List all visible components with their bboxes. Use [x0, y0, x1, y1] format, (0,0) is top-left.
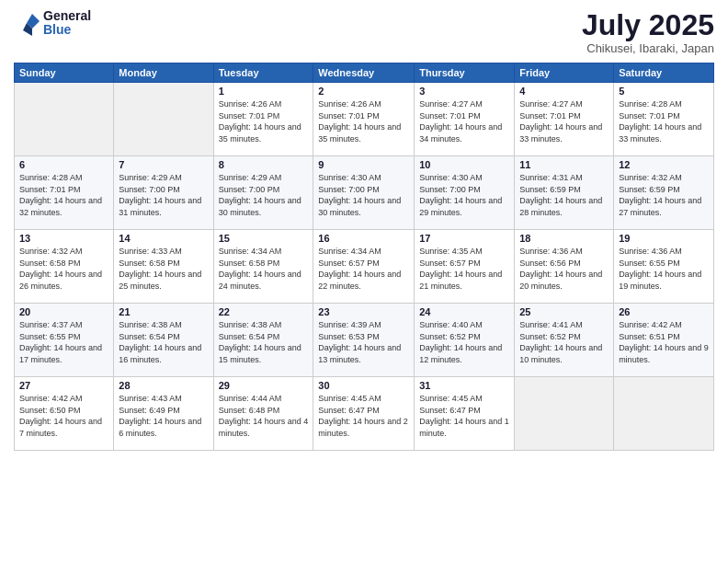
day-number: 14	[119, 233, 208, 244]
calendar-day-cell: 27 Sunrise: 4:42 AMSunset: 6:50 PMDaylig…	[15, 377, 114, 451]
day-number: 5	[619, 86, 709, 97]
day-number: 8	[219, 159, 309, 170]
day-info: Sunrise: 4:30 AMSunset: 7:00 PMDaylight:…	[419, 173, 502, 217]
calendar-day-cell: 9 Sunrise: 4:30 AMSunset: 7:00 PMDayligh…	[313, 156, 415, 230]
day-info: Sunrise: 4:34 AMSunset: 6:58 PMDaylight:…	[219, 247, 301, 291]
calendar-day-cell: 28 Sunrise: 4:43 AMSunset: 6:49 PMDaylig…	[114, 377, 213, 451]
day-number: 4	[519, 86, 609, 97]
month-title: July 2025	[582, 9, 714, 41]
calendar-header-row: Sunday Monday Tuesday Wednesday Thursday…	[15, 63, 714, 83]
calendar-day-cell: 13 Sunrise: 4:32 AMSunset: 6:58 PMDaylig…	[15, 230, 114, 304]
day-info: Sunrise: 4:42 AMSunset: 6:51 PMDaylight:…	[619, 320, 709, 364]
calendar-day-cell: 21 Sunrise: 4:38 AMSunset: 6:54 PMDaylig…	[114, 304, 213, 377]
day-info: Sunrise: 4:27 AMSunset: 7:01 PMDaylight:…	[519, 99, 602, 144]
calendar-day-cell: 31 Sunrise: 4:45 AMSunset: 6:47 PMDaylig…	[415, 377, 515, 451]
day-number: 17	[419, 233, 509, 244]
calendar-day-cell: 23 Sunrise: 4:39 AMSunset: 6:53 PMDaylig…	[313, 304, 415, 377]
day-number: 30	[318, 380, 409, 391]
day-number: 11	[519, 159, 609, 170]
calendar-week-row: 1 Sunrise: 4:26 AMSunset: 7:01 PMDayligh…	[15, 83, 714, 156]
calendar-day-cell: 16 Sunrise: 4:34 AMSunset: 6:57 PMDaylig…	[313, 230, 415, 304]
day-number: 3	[419, 86, 509, 97]
day-number: 29	[219, 380, 309, 391]
day-number: 9	[318, 159, 409, 170]
day-info: Sunrise: 4:28 AMSunset: 7:01 PMDaylight:…	[19, 173, 102, 217]
logo: General Blue	[14, 9, 91, 38]
logo-icon	[14, 10, 40, 36]
col-wednesday: Wednesday	[313, 63, 415, 83]
page-header: General Blue July 2025 Chikusei, Ibaraki…	[14, 9, 714, 55]
calendar-day-cell: 2 Sunrise: 4:26 AMSunset: 7:01 PMDayligh…	[313, 83, 415, 156]
calendar-day-cell	[515, 377, 614, 451]
day-number: 28	[119, 380, 208, 391]
calendar-week-row: 13 Sunrise: 4:32 AMSunset: 6:58 PMDaylig…	[15, 230, 714, 304]
day-number: 7	[119, 159, 208, 170]
day-number: 2	[318, 86, 409, 97]
calendar-day-cell: 1 Sunrise: 4:26 AMSunset: 7:01 PMDayligh…	[213, 83, 313, 156]
calendar-day-cell: 24 Sunrise: 4:40 AMSunset: 6:52 PMDaylig…	[415, 304, 515, 377]
day-info: Sunrise: 4:39 AMSunset: 6:53 PMDaylight:…	[318, 320, 401, 364]
day-number: 26	[619, 306, 709, 317]
day-info: Sunrise: 4:32 AMSunset: 6:59 PMDaylight:…	[619, 173, 701, 217]
calendar-week-row: 27 Sunrise: 4:42 AMSunset: 6:50 PMDaylig…	[15, 377, 714, 451]
calendar-day-cell: 5 Sunrise: 4:28 AMSunset: 7:01 PMDayligh…	[614, 83, 714, 156]
calendar-day-cell: 30 Sunrise: 4:45 AMSunset: 6:47 PMDaylig…	[313, 377, 415, 451]
calendar-day-cell: 8 Sunrise: 4:29 AMSunset: 7:00 PMDayligh…	[213, 156, 313, 230]
title-area: July 2025 Chikusei, Ibaraki, Japan	[582, 9, 714, 55]
day-number: 13	[19, 233, 108, 244]
day-number: 25	[519, 306, 609, 317]
calendar-day-cell: 10 Sunrise: 4:30 AMSunset: 7:00 PMDaylig…	[415, 156, 515, 230]
logo-text: General Blue	[43, 9, 91, 38]
calendar-day-cell: 19 Sunrise: 4:36 AMSunset: 6:55 PMDaylig…	[614, 230, 714, 304]
day-info: Sunrise: 4:38 AMSunset: 6:54 PMDaylight:…	[119, 320, 201, 364]
day-number: 31	[419, 380, 509, 391]
calendar-day-cell: 12 Sunrise: 4:32 AMSunset: 6:59 PMDaylig…	[614, 156, 714, 230]
calendar-day-cell: 3 Sunrise: 4:27 AMSunset: 7:01 PMDayligh…	[415, 83, 515, 156]
day-info: Sunrise: 4:40 AMSunset: 6:52 PMDaylight:…	[419, 320, 502, 364]
day-number: 16	[318, 233, 409, 244]
calendar-day-cell: 7 Sunrise: 4:29 AMSunset: 7:00 PMDayligh…	[114, 156, 213, 230]
day-info: Sunrise: 4:28 AMSunset: 7:01 PMDaylight:…	[619, 99, 701, 144]
calendar-page: General Blue July 2025 Chikusei, Ibaraki…	[0, 0, 728, 563]
day-number: 19	[619, 233, 709, 244]
day-number: 23	[318, 306, 409, 317]
day-info: Sunrise: 4:38 AMSunset: 6:54 PMDaylight:…	[219, 320, 301, 364]
day-info: Sunrise: 4:45 AMSunset: 6:47 PMDaylight:…	[318, 394, 408, 438]
calendar-day-cell: 17 Sunrise: 4:35 AMSunset: 6:57 PMDaylig…	[415, 230, 515, 304]
day-info: Sunrise: 4:26 AMSunset: 7:01 PMDaylight:…	[318, 99, 401, 144]
day-number: 15	[219, 233, 309, 244]
calendar-day-cell: 14 Sunrise: 4:33 AMSunset: 6:58 PMDaylig…	[114, 230, 213, 304]
day-info: Sunrise: 4:34 AMSunset: 6:57 PMDaylight:…	[318, 247, 401, 291]
day-info: Sunrise: 4:35 AMSunset: 6:57 PMDaylight:…	[419, 247, 502, 291]
calendar-day-cell: 29 Sunrise: 4:44 AMSunset: 6:48 PMDaylig…	[213, 377, 313, 451]
day-info: Sunrise: 4:29 AMSunset: 7:00 PMDaylight:…	[119, 173, 201, 217]
day-info: Sunrise: 4:37 AMSunset: 6:55 PMDaylight:…	[19, 320, 102, 364]
calendar-day-cell: 25 Sunrise: 4:41 AMSunset: 6:52 PMDaylig…	[515, 304, 614, 377]
col-thursday: Thursday	[415, 63, 515, 83]
calendar-day-cell: 11 Sunrise: 4:31 AMSunset: 6:59 PMDaylig…	[515, 156, 614, 230]
calendar-day-cell	[614, 377, 714, 451]
day-number: 22	[219, 306, 309, 317]
day-info: Sunrise: 4:41 AMSunset: 6:52 PMDaylight:…	[519, 320, 602, 364]
day-number: 6	[19, 159, 108, 170]
calendar-day-cell: 20 Sunrise: 4:37 AMSunset: 6:55 PMDaylig…	[15, 304, 114, 377]
calendar-day-cell: 26 Sunrise: 4:42 AMSunset: 6:51 PMDaylig…	[614, 304, 714, 377]
calendar-day-cell: 22 Sunrise: 4:38 AMSunset: 6:54 PMDaylig…	[213, 304, 313, 377]
calendar-day-cell: 4 Sunrise: 4:27 AMSunset: 7:01 PMDayligh…	[515, 83, 614, 156]
day-number: 24	[419, 306, 509, 317]
calendar-week-row: 20 Sunrise: 4:37 AMSunset: 6:55 PMDaylig…	[15, 304, 714, 377]
col-saturday: Saturday	[614, 63, 714, 83]
calendar-day-cell	[15, 83, 114, 156]
day-info: Sunrise: 4:44 AMSunset: 6:48 PMDaylight:…	[219, 394, 309, 438]
location-label: Chikusei, Ibaraki, Japan	[582, 41, 714, 55]
calendar-table: Sunday Monday Tuesday Wednesday Thursday…	[14, 63, 714, 451]
day-info: Sunrise: 4:43 AMSunset: 6:49 PMDaylight:…	[119, 394, 201, 438]
day-number: 18	[519, 233, 609, 244]
calendar-day-cell	[114, 83, 213, 156]
calendar-day-cell: 15 Sunrise: 4:34 AMSunset: 6:58 PMDaylig…	[213, 230, 313, 304]
col-friday: Friday	[515, 63, 614, 83]
day-info: Sunrise: 4:31 AMSunset: 6:59 PMDaylight:…	[519, 173, 602, 217]
day-number: 12	[619, 159, 709, 170]
col-tuesday: Tuesday	[213, 63, 313, 83]
col-monday: Monday	[114, 63, 213, 83]
